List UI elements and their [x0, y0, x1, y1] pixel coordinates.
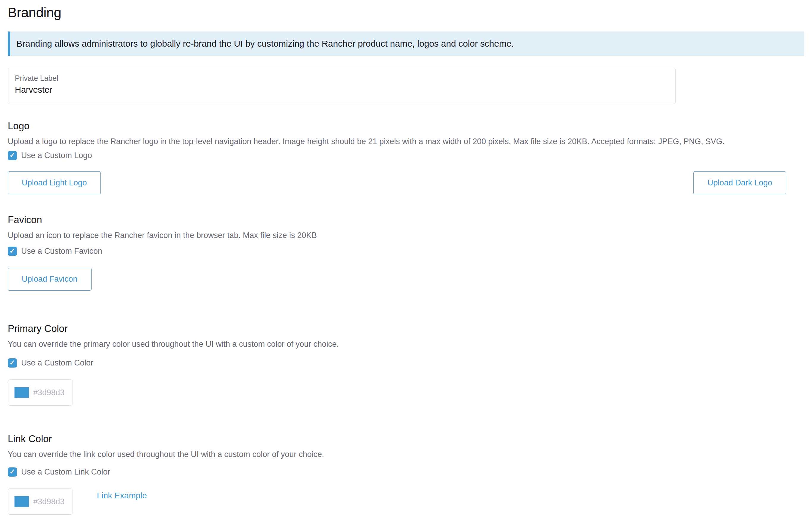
logo-description: Upload a logo to replace the Rancher log… [8, 136, 812, 147]
link-color-heading: Link Color [8, 432, 812, 445]
upload-light-logo-button[interactable]: Upload Light Logo [8, 172, 101, 194]
checkmark-icon: ✓ [9, 152, 15, 159]
checkbox-checked-icon[interactable]: ✓ [8, 246, 17, 256]
checkbox-checked-icon[interactable]: ✓ [8, 467, 17, 477]
link-color-picker-row: #3d98d3 Link Example [8, 477, 812, 515]
checkbox-checked-icon[interactable]: ✓ [8, 358, 17, 368]
private-label-input[interactable] [15, 85, 642, 95]
link-color-hex-value: #3d98d3 [33, 497, 65, 506]
favicon-heading: Favicon [8, 213, 812, 227]
logo-heading: Logo [8, 120, 812, 132]
link-example[interactable]: Link Example [97, 491, 147, 500]
checkmark-icon: ✓ [9, 468, 15, 475]
use-custom-favicon-checkbox[interactable]: ✓ Use a Custom Favicon [8, 246, 812, 256]
link-color-description: You can override the link color used thr… [8, 449, 812, 460]
use-custom-logo-checkbox[interactable]: ✓ Use a Custom Logo [8, 151, 812, 160]
checkmark-icon: ✓ [9, 359, 15, 366]
link-color-swatch [14, 496, 29, 507]
primary-color-hex-value: #3d98d3 [33, 388, 65, 397]
primary-color-heading: Primary Color [8, 322, 812, 335]
logo-upload-buttons-row: Upload Light Logo Upload Dark Logo [8, 172, 786, 194]
checkmark-icon: ✓ [9, 248, 15, 254]
branding-settings-page: Branding Branding allows administrators … [0, 0, 812, 515]
use-custom-link-color-label: Use a Custom Link Color [21, 467, 110, 477]
upload-favicon-button[interactable]: Upload Favicon [8, 268, 92, 291]
primary-color-section: Primary Color You can override the prima… [8, 322, 812, 406]
favicon-section: Favicon Upload an icon to replace the Ra… [8, 213, 812, 291]
private-label-field[interactable]: Private Label [8, 68, 676, 104]
use-custom-color-checkbox[interactable]: ✓ Use a Custom Color [8, 358, 812, 368]
use-custom-logo-label: Use a Custom Logo [21, 151, 92, 160]
upload-dark-logo-button[interactable]: Upload Dark Logo [693, 172, 786, 194]
favicon-description: Upload an icon to replace the Rancher fa… [8, 230, 812, 241]
checkbox-checked-icon[interactable]: ✓ [8, 151, 17, 160]
link-color-section: Link Color You can override the link col… [8, 432, 812, 515]
info-banner: Branding allows administrators to global… [8, 31, 804, 56]
primary-color-picker[interactable]: #3d98d3 [8, 380, 73, 406]
logo-section: Logo Upload a logo to replace the Ranche… [8, 120, 812, 194]
info-banner-text: Branding allows administrators to global… [16, 38, 514, 49]
private-label-label: Private Label [15, 74, 675, 83]
primary-color-swatch [14, 387, 29, 398]
link-color-picker[interactable]: #3d98d3 [8, 489, 73, 515]
use-custom-favicon-label: Use a Custom Favicon [21, 246, 102, 256]
primary-color-description: You can override the primary color used … [8, 339, 812, 349]
page-title: Branding [8, 4, 812, 21]
use-custom-link-color-checkbox[interactable]: ✓ Use a Custom Link Color [8, 467, 812, 477]
use-custom-color-label: Use a Custom Color [21, 358, 93, 368]
